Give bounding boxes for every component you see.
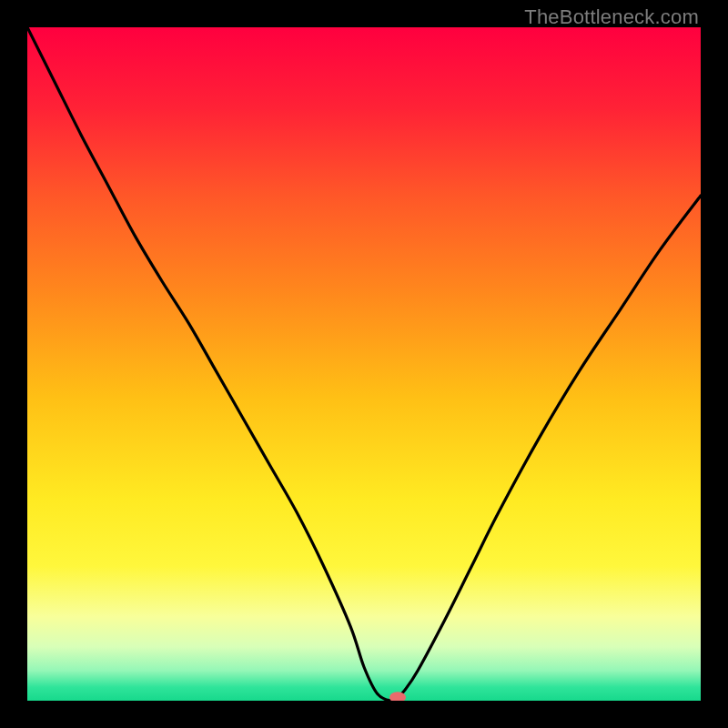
watermark-text: TheBottleneck.com (524, 5, 699, 29)
current-config-marker (27, 27, 701, 701)
plot-area (27, 27, 701, 701)
chart-frame: TheBottleneck.com (0, 0, 728, 728)
svg-point-1 (389, 692, 406, 701)
